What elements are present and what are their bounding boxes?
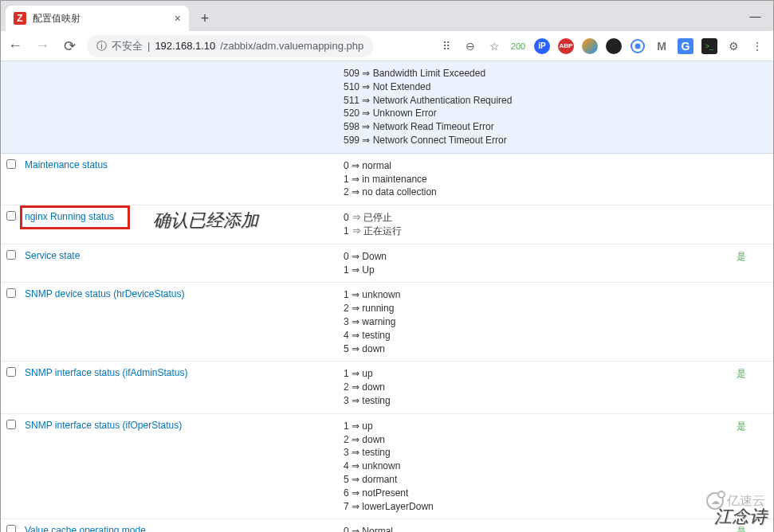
mapping-line: 520 ⇒ Unknown Error [344,107,730,120]
row-checkbox-cell [1,154,22,205]
ext-g-icon[interactable]: G [678,38,693,54]
row-mappings-cell: 509 ⇒ Bandwidth Limit Exceeded510 ⇒ Not … [340,61,733,153]
row-checkbox-cell [1,283,22,361]
svg-point-1 [635,43,641,49]
site-info-icon[interactable]: ⓘ [96,39,107,53]
window-controls: — [737,1,773,31]
ext-dark-icon[interactable] [606,38,622,54]
row-name-cell: SNMP device status (hrDeviceStatus) [22,283,340,361]
row-name-cell: nginx Running status确认已经添加 [22,205,340,244]
row-mappings-cell: 0 ⇒ Down1 ⇒ Up [340,244,733,283]
mapping-line: 2 ⇒ down [344,433,730,447]
row-name-cell: Service state [22,244,340,283]
row-checkbox-cell [1,414,22,519]
mapping-line: 0 ⇒ normal [344,159,730,173]
annotation-text: 确认已经添加 [153,209,258,233]
value-map-link[interactable]: Service state [25,250,80,261]
row-checkbox[interactable] [6,211,16,221]
value-map-link[interactable]: nginx Running status [25,211,114,222]
value-map-link[interactable]: Value cache operating mode [25,525,146,532]
row-mappings-cell: 0 ⇒ 已停止1 ⇒ 正在运行 [340,205,733,244]
browser-tabstrip: Z 配置值映射 × + — [1,1,773,31]
zoom-icon[interactable]: ⊖ [462,38,478,54]
browser-menu-icon[interactable]: ⋮ [749,38,765,54]
table-row: 509 ⇒ Bandwidth Limit Exceeded510 ⇒ Not … [1,61,773,154]
row-checkbox-cell [1,519,22,532]
row-used-cell [733,61,773,153]
row-checkbox-cell [1,61,22,153]
nav-forward-button[interactable]: → [33,37,52,56]
mapping-line: 5 ⇒ down [344,342,730,356]
toolbar-extensions: ⠿ ⊖ ☆ 200 iP ABP M G >_ ⚙ ⋮ [438,38,768,54]
mapping-line: 4 ⇒ unknown [344,460,730,473]
row-checkbox[interactable] [6,367,16,377]
used-yes-label: 是 [737,526,746,532]
value-map-link[interactable]: SNMP device status (hrDeviceStatus) [25,288,185,299]
mapping-line: 1 ⇒ up [344,367,730,381]
ext-terminal-icon[interactable]: >_ [701,38,717,54]
new-tab-button[interactable]: + [194,7,216,29]
mapping-line: 2 ⇒ no data collection [344,186,730,199]
mapping-line: 1 ⇒ 正在运行 [344,225,730,238]
ext-ip-icon[interactable]: iP [534,38,550,54]
tab-close-icon[interactable]: × [175,12,181,25]
tab-title: 配置值映射 [33,12,81,25]
row-checkbox[interactable] [6,420,16,429]
row-checkbox[interactable] [6,525,16,532]
table-row: Value cache operating mode0 ⇒ Normal1 ⇒ … [1,519,773,532]
mapping-line: 3 ⇒ warning [344,315,730,329]
row-checkbox-cell [1,205,22,244]
browser-toolbar: ← → ⟳ ⓘ 不安全 | 192.168.1.10/zabbix/adm.va… [1,31,773,61]
ext-abp-icon[interactable]: ABP [558,38,574,54]
mapping-line: 0 ⇒ Down [344,250,730,264]
row-name-cell: Maintenance status [22,154,340,205]
row-checkbox[interactable] [6,288,16,298]
row-used-cell: 是 [733,362,773,413]
table-row: nginx Running status确认已经添加0 ⇒ 已停止1 ⇒ 正在运… [1,205,773,244]
table-row: Service state0 ⇒ Down1 ⇒ Up是 [1,244,773,284]
row-used-cell: 是 [733,519,773,532]
ext-chrome-icon[interactable] [630,38,646,54]
row-mappings-cell: 0 ⇒ normal1 ⇒ in maintenance2 ⇒ no data … [340,154,733,205]
row-name-cell [22,61,340,153]
mapping-line: 3 ⇒ testing [344,394,730,408]
ext-puzzle-icon[interactable]: ⚙ [725,38,741,54]
mapping-line: 7 ⇒ lowerLayerDown [344,500,730,514]
row-mappings-cell: 1 ⇒ up2 ⇒ down3 ⇒ testing [340,362,733,413]
value-map-link[interactable]: SNMP interface status (ifAdminStatus) [25,367,188,378]
used-yes-label: 是 [737,421,746,432]
row-mappings-cell: 1 ⇒ up2 ⇒ down3 ⇒ testing4 ⇒ unknown5 ⇒ … [340,414,733,519]
mapping-line: 5 ⇒ dormant [344,473,730,487]
row-checkbox[interactable] [6,159,16,169]
row-checkbox[interactable] [6,250,16,260]
ext-m-icon[interactable]: M [654,38,670,54]
row-used-cell: 是 [733,414,773,519]
mapping-line: 1 ⇒ unknown [344,288,730,302]
address-bar[interactable]: ⓘ 不安全 | 192.168.1.10/zabbix/adm.valuemap… [87,35,373,57]
nav-back-button[interactable]: ← [6,37,25,56]
mapping-line: 599 ⇒ Network Connect Timeout Error [344,134,730,147]
status-200-badge: 200 [510,38,526,54]
browser-tab-active[interactable]: Z 配置值映射 × [6,6,189,31]
translate-icon[interactable]: ⠿ [438,38,454,54]
favicon-zabbix-icon: Z [14,12,26,25]
mapping-line: 2 ⇒ running [344,302,730,315]
nav-reload-button[interactable]: ⟳ [60,37,79,56]
row-mappings-cell: 0 ⇒ Normal1 ⇒ Low memory [340,519,733,532]
bookmark-star-icon[interactable]: ☆ [486,38,502,54]
value-map-link[interactable]: Maintenance status [25,159,108,170]
used-yes-label: 是 [737,251,746,262]
page-content: 509 ⇒ Bandwidth Limit Exceeded510 ⇒ Not … [1,61,773,532]
window-minimize-button[interactable]: — [737,1,773,31]
insecure-label: 不安全 [112,39,143,53]
mapping-line: 598 ⇒ Network Read Timeout Error [344,120,730,134]
mapping-line: 1 ⇒ up [344,420,730,433]
value-map-link[interactable]: SNMP interface status (ifOperStatus) [25,420,182,431]
mapping-line: 0 ⇒ Normal [344,525,730,532]
mapping-line: 1 ⇒ in maintenance [344,173,730,186]
row-name-cell: SNMP interface status (ifAdminStatus) [22,362,340,413]
mapping-line: 511 ⇒ Network Authentication Required [344,94,730,108]
row-mappings-cell: 1 ⇒ unknown2 ⇒ running3 ⇒ warning4 ⇒ tes… [340,283,733,361]
table-row: SNMP interface status (ifOperStatus)1 ⇒ … [1,414,773,520]
ext-color-icon[interactable] [582,38,598,54]
